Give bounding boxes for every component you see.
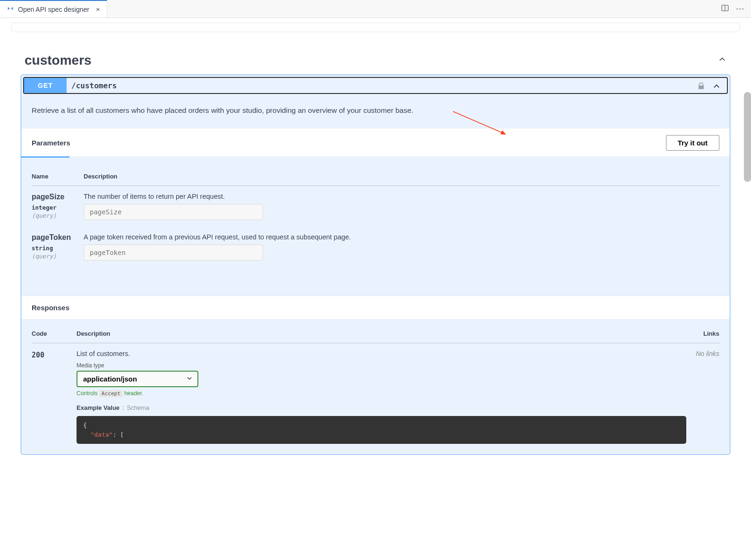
api-icon — [7, 5, 14, 14]
param-input-pagetoken[interactable] — [84, 245, 263, 261]
operation-block: GET /customers Retrieve a list of all cu… — [21, 75, 730, 455]
responses-heading: Responses — [32, 304, 719, 312]
param-name: pageSize — [32, 193, 84, 201]
example-schema-tabs: Example Value|Schema — [77, 404, 686, 411]
endpoint-path: /customers — [67, 81, 727, 90]
accept-chip: Accept — [99, 390, 123, 397]
column-header-description: Description — [77, 330, 686, 337]
split-editor-icon[interactable] — [721, 4, 729, 14]
close-icon[interactable]: × — [93, 5, 100, 13]
param-location: (query) — [32, 212, 84, 219]
column-header-name: Name — [32, 168, 84, 186]
tab-example-value[interactable]: Example Value — [77, 404, 119, 411]
response-code: 200 — [32, 350, 77, 444]
tab-title: Open API spec designer — [18, 6, 89, 13]
tab-schema[interactable]: Schema — [127, 404, 149, 411]
param-description: The number of items to return per API re… — [84, 193, 719, 200]
parameters-header: Parameters Try it out — [21, 128, 730, 156]
response-links: No links — [686, 350, 719, 444]
http-method-badge: GET — [24, 78, 67, 93]
section-title[interactable]: customers — [25, 53, 92, 68]
param-description: A page token received from a previous AP… — [84, 233, 719, 241]
chevron-up-icon[interactable] — [718, 55, 726, 66]
main-content: customers GET /customers Retrieve a list… — [0, 18, 751, 455]
column-header-links: Links — [686, 330, 719, 337]
previous-panel-edge — [11, 23, 740, 32]
scrollbar-thumb[interactable] — [744, 92, 751, 182]
param-location: (query) — [32, 253, 84, 260]
chevron-up-icon[interactable] — [712, 82, 721, 93]
response-description: List of customers. — [77, 350, 686, 357]
param-type: string — [32, 245, 84, 252]
parameter-row: pageToken string (query) A page token re… — [32, 227, 719, 267]
editor-tab[interactable]: Open API spec designer × — [0, 0, 107, 17]
response-row: 200 List of customers. Media type applic… — [32, 350, 719, 444]
operation-summary[interactable]: GET /customers — [23, 77, 728, 94]
lock-icon[interactable] — [697, 82, 706, 93]
parameters-heading: Parameters — [32, 139, 70, 147]
editor-tab-bar: Open API spec designer × ··· — [0, 0, 751, 18]
more-icon[interactable]: ··· — [736, 4, 744, 14]
param-name: pageToken — [32, 233, 84, 242]
operation-description: Retrieve a list of all customers who hav… — [21, 96, 730, 128]
media-type-select[interactable]: application/json — [77, 371, 198, 387]
try-it-out-button[interactable]: Try it out — [666, 135, 719, 151]
responses-table: Code Description Links 200 List of custo… — [21, 320, 730, 454]
column-header-description: Description — [84, 168, 719, 186]
example-code-block: { "data": [ — [77, 416, 686, 444]
responses-header: Responses — [21, 296, 730, 320]
media-type-label: Media type — [77, 362, 686, 369]
controls-accept-text: Controls Accept header. — [77, 390, 686, 397]
column-header-code: Code — [32, 330, 77, 337]
parameters-table: Name Description pageSize integer (query… — [32, 168, 719, 267]
parameter-row: pageSize integer (query) The number of i… — [32, 186, 719, 227]
param-input-pagesize[interactable] — [84, 204, 263, 220]
param-type: integer — [32, 204, 84, 211]
